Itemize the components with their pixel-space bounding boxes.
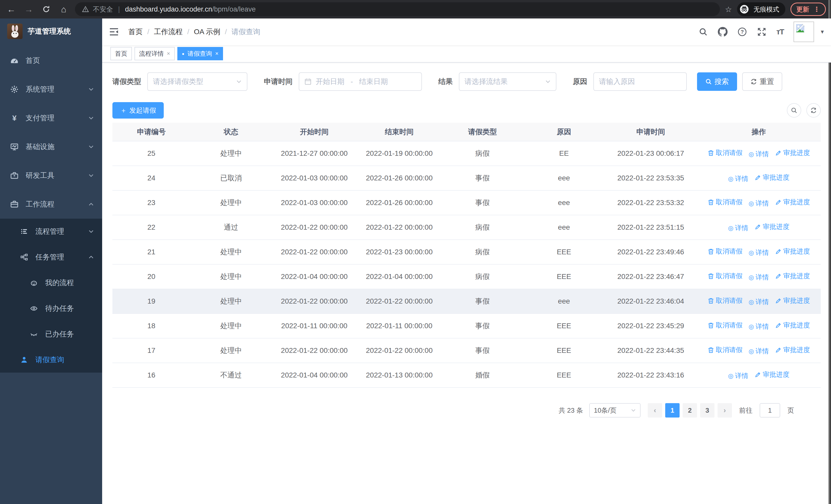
reset-button[interactable]: 重置: [742, 72, 782, 91]
cell-start-time: 2022-01-04 00:00:00: [272, 363, 357, 387]
eye-icon: [30, 304, 38, 313]
action-detail-link[interactable]: ◎详情: [728, 371, 748, 380]
reload-icon[interactable]: [40, 3, 52, 16]
action-progress-link[interactable]: 审批进度: [775, 148, 810, 157]
chevron-down-icon[interactable]: ▼: [820, 29, 825, 35]
sidebar-item-infrastructure[interactable]: 基础设施: [0, 132, 102, 161]
breadcrumb-workflow[interactable]: 工作流程: [154, 27, 183, 37]
sidebar-item-home[interactable]: 首页: [0, 46, 102, 75]
sidebar-item-task-mgmt[interactable]: 任务管理: [0, 244, 102, 270]
app-logo: [7, 24, 23, 39]
action-cancel-link[interactable]: 取消请假: [708, 296, 742, 305]
avatar[interactable]: [794, 22, 814, 42]
sidebar-item-payment[interactable]: ¥ 支付管理: [0, 104, 102, 132]
sidebar-item-done-tasks[interactable]: 已办任务: [0, 321, 102, 347]
page-size-select[interactable]: 10条/页: [589, 403, 640, 417]
sidebar-item-todo-tasks[interactable]: 待办任务: [0, 296, 102, 321]
action-detail-link[interactable]: ◎详情: [749, 150, 769, 158]
action-cancel-link[interactable]: 取消请假: [708, 321, 742, 330]
omnibox-divider: |: [118, 5, 120, 13]
fullscreen-icon[interactable]: [757, 27, 767, 37]
action-detail-link[interactable]: ◎详情: [728, 224, 748, 233]
action-detail-link[interactable]: ◎详情: [749, 199, 769, 208]
back-icon[interactable]: ←: [5, 3, 18, 16]
sidebar-item-devtools[interactable]: 研发工具: [0, 161, 102, 190]
action-progress-link[interactable]: 审批进度: [754, 370, 790, 379]
close-icon[interactable]: ×: [167, 50, 170, 57]
action-cancel-link[interactable]: 取消请假: [708, 148, 742, 157]
incognito-label: 无痕模式: [753, 5, 779, 13]
action-detail-link[interactable]: ◎详情: [749, 248, 769, 257]
cell-end-time: 2022-01-23 00:00:00: [357, 240, 442, 264]
cell-actions: 取消请假◎详情审批进度: [697, 190, 821, 215]
page-button-2[interactable]: 2: [683, 403, 697, 417]
breadcrumb-home[interactable]: 首页: [128, 27, 143, 37]
browser-menu-icon[interactable]: ⋮: [813, 5, 820, 13]
pen-icon: [754, 371, 761, 378]
action-detail-link[interactable]: ◎详情: [749, 297, 769, 306]
cell-reason: EEE: [523, 314, 605, 338]
help-icon[interactable]: ?: [737, 27, 747, 37]
action-progress-link[interactable]: 审批进度: [754, 173, 790, 182]
action-progress-link[interactable]: 审批进度: [775, 271, 810, 280]
github-icon[interactable]: [718, 27, 727, 37]
action-detail-link[interactable]: ◎详情: [749, 347, 769, 356]
close-icon[interactable]: ×: [215, 50, 219, 57]
action-progress-link[interactable]: 审批进度: [775, 346, 810, 354]
action-cancel-link[interactable]: 取消请假: [708, 346, 742, 354]
action-cancel-link[interactable]: 取消请假: [708, 247, 742, 256]
view-icon: ◎: [749, 274, 754, 281]
tab-home[interactable]: 首页: [110, 47, 132, 60]
bookmark-star-icon[interactable]: ☆: [725, 5, 732, 14]
address-bar[interactable]: 不安全 | dashboard.yudao.iocoder.cn/bpm/oa/…: [75, 2, 720, 16]
result-label: 结果: [438, 77, 453, 87]
reason-input[interactable]: 请输入原因: [593, 72, 687, 91]
page-button-3[interactable]: 3: [700, 403, 715, 417]
sidebar-item-leave-query[interactable]: 请假查询: [0, 347, 102, 373]
action-progress-link[interactable]: 审批进度: [775, 247, 810, 256]
tab-leave-query[interactable]: ● 请假查询 ×: [177, 47, 223, 60]
reason-label: 原因: [573, 77, 587, 87]
action-detail-link[interactable]: ◎详情: [749, 273, 769, 282]
cell-end-time: 2022-01-19 00:00:00: [357, 141, 442, 166]
forward-icon[interactable]: →: [23, 3, 35, 16]
font-size-icon[interactable]: ᴛT: [776, 27, 784, 36]
sidebar-item-process-mgmt[interactable]: 流程管理: [0, 219, 102, 244]
page-button-1[interactable]: 1: [665, 403, 680, 417]
view-icon: ◎: [749, 200, 754, 207]
table-row: 17处理中2022-01-22 00:00:002022-01-22 00:00…: [112, 338, 821, 363]
action-progress-link[interactable]: 审批进度: [754, 222, 790, 231]
trash-icon: [708, 199, 714, 206]
apply-time-range-picker[interactable]: 开始日期 - 结束日期: [299, 72, 422, 91]
update-button[interactable]: 更新 ⋮: [791, 3, 826, 16]
search-icon[interactable]: [698, 27, 708, 37]
action-detail-link[interactable]: ◎详情: [749, 322, 769, 331]
sidebar-collapse-icon[interactable]: [109, 27, 119, 37]
show-search-button[interactable]: [787, 103, 801, 118]
cell-end-time: 2022-01-11 00:00:00: [357, 314, 442, 338]
result-select[interactable]: 请选择流结果: [459, 72, 556, 91]
refresh-button[interactable]: [806, 103, 821, 118]
cell-apply-time: 2022-01-22 23:45:29: [605, 314, 697, 338]
face-icon: [30, 279, 38, 287]
next-page-button[interactable]: ›: [718, 403, 732, 417]
action-progress-link[interactable]: 审批进度: [775, 321, 810, 330]
sidebar-item-system[interactable]: 系统管理: [0, 75, 102, 104]
action-detail-link[interactable]: ◎详情: [728, 174, 748, 183]
leave-type-select[interactable]: 请选择请假类型: [147, 72, 248, 91]
tab-process-detail[interactable]: 流程详情 ×: [135, 47, 175, 60]
sidebar-item-my-process[interactable]: 我的流程: [0, 270, 102, 296]
action-cancel-link[interactable]: 取消请假: [708, 198, 742, 207]
create-leave-button[interactable]: ＋ 发起请假: [112, 102, 164, 119]
action-progress-link[interactable]: 审批进度: [775, 296, 810, 305]
search-button[interactable]: 搜索: [697, 72, 737, 91]
action-progress-link[interactable]: 审批进度: [775, 198, 810, 207]
prev-page-button[interactable]: ‹: [648, 403, 662, 417]
home-icon[interactable]: ⌂: [57, 3, 70, 16]
app-title: 芋道管理系统: [28, 26, 71, 36]
calendar-icon: [305, 78, 312, 85]
breadcrumb-oa[interactable]: OA 示例: [194, 27, 221, 37]
action-cancel-link[interactable]: 取消请假: [708, 271, 742, 280]
sidebar-item-workflow[interactable]: 工作流程: [0, 190, 102, 219]
goto-page-input[interactable]: [760, 403, 780, 417]
